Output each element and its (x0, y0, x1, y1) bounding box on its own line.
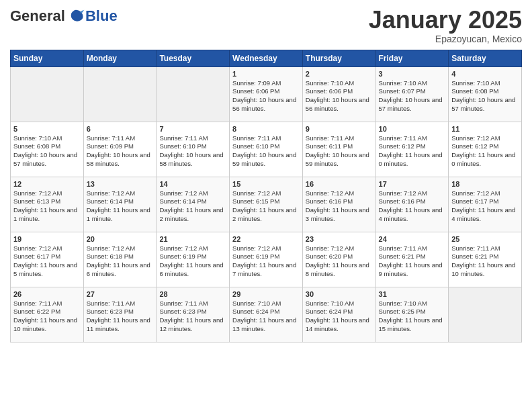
calendar-cell: 5Sunrise: 7:10 AMSunset: 6:08 PMDaylight… (11, 122, 84, 177)
logo-bird-icon (66, 7, 85, 26)
calendar-cell: 11Sunrise: 7:12 AMSunset: 6:12 PMDayligh… (449, 122, 522, 177)
day-number: 5 (13, 125, 81, 133)
calendar-body: 1Sunrise: 7:09 AMSunset: 6:06 PMDaylight… (11, 66, 522, 342)
day-info: Sunrise: 7:12 AMSunset: 6:17 PMDaylight:… (451, 189, 519, 224)
page: General Blue January 2025 Epazoyucan, Me… (0, 0, 532, 411)
logo-text: General Blue (10, 7, 118, 26)
day-number: 30 (306, 290, 373, 298)
day-number: 15 (232, 180, 300, 188)
logo-general: General (10, 7, 65, 25)
week-row-5: 26Sunrise: 7:11 AMSunset: 6:22 PMDayligh… (11, 287, 522, 342)
day-info: Sunrise: 7:10 AMSunset: 6:07 PMDaylight:… (379, 79, 446, 113)
day-info: Sunrise: 7:12 AMSunset: 6:16 PMDaylight:… (379, 189, 446, 224)
day-info: Sunrise: 7:11 AMSunset: 6:10 PMDaylight:… (159, 134, 226, 169)
day-info: Sunrise: 7:12 AMSunset: 6:19 PMDaylight:… (159, 244, 226, 279)
calendar-cell: 24Sunrise: 7:11 AMSunset: 6:21 PMDayligh… (375, 232, 449, 287)
day-number: 2 (306, 70, 373, 78)
logo: General Blue (10, 7, 118, 26)
day-info: Sunrise: 7:12 AMSunset: 6:14 PMDaylight:… (159, 189, 226, 224)
day-number: 16 (306, 180, 373, 188)
day-info: Sunrise: 7:11 AMSunset: 6:23 PMDaylight:… (159, 300, 226, 334)
calendar-cell (449, 287, 522, 342)
day-info: Sunrise: 7:10 AMSunset: 6:25 PMDaylight:… (379, 300, 446, 334)
day-number: 1 (232, 70, 300, 78)
day-number: 20 (87, 235, 154, 243)
day-number: 28 (159, 290, 226, 298)
day-number: 24 (379, 235, 446, 243)
day-info: Sunrise: 7:11 AMSunset: 6:12 PMDaylight:… (379, 134, 446, 169)
day-number: 21 (159, 235, 226, 243)
day-info: Sunrise: 7:11 AMSunset: 6:21 PMDaylight:… (451, 244, 519, 279)
day-info: Sunrise: 7:10 AMSunset: 6:08 PMDaylight:… (451, 79, 519, 113)
day-number: 12 (13, 180, 81, 188)
day-number: 7 (159, 125, 226, 133)
week-row-2: 5Sunrise: 7:10 AMSunset: 6:08 PMDaylight… (11, 122, 522, 177)
day-info: Sunrise: 7:12 AMSunset: 6:20 PMDaylight:… (306, 244, 373, 279)
day-info: Sunrise: 7:11 AMSunset: 6:11 PMDaylight:… (306, 134, 373, 169)
month-title: January 2025 (369, 7, 522, 34)
calendar-cell: 29Sunrise: 7:10 AMSunset: 6:24 PMDayligh… (230, 287, 303, 342)
day-info: Sunrise: 7:12 AMSunset: 6:13 PMDaylight:… (13, 189, 81, 224)
week-row-1: 1Sunrise: 7:09 AMSunset: 6:06 PMDaylight… (11, 66, 522, 122)
calendar-cell (11, 66, 84, 122)
day-number: 8 (232, 125, 300, 133)
day-info: Sunrise: 7:12 AMSunset: 6:16 PMDaylight:… (306, 189, 373, 224)
header: General Blue January 2025 Epazoyucan, Me… (10, 7, 522, 44)
day-number: 4 (451, 70, 519, 78)
day-info: Sunrise: 7:11 AMSunset: 6:09 PMDaylight:… (87, 134, 154, 169)
col-saturday: Saturday (449, 50, 522, 66)
day-info: Sunrise: 7:11 AMSunset: 6:22 PMDaylight:… (13, 300, 81, 334)
calendar-cell: 7Sunrise: 7:11 AMSunset: 6:10 PMDaylight… (157, 122, 230, 177)
day-number: 14 (159, 180, 226, 188)
calendar-cell: 20Sunrise: 7:12 AMSunset: 6:18 PMDayligh… (83, 232, 157, 287)
day-number: 23 (306, 235, 373, 243)
day-number: 25 (451, 235, 519, 243)
day-number: 10 (379, 125, 446, 133)
col-sunday: Sunday (11, 50, 84, 66)
day-info: Sunrise: 7:10 AMSunset: 6:06 PMDaylight:… (306, 79, 373, 113)
day-info: Sunrise: 7:09 AMSunset: 6:06 PMDaylight:… (232, 79, 300, 113)
day-number: 6 (87, 125, 154, 133)
day-number: 22 (232, 235, 300, 243)
calendar-cell: 12Sunrise: 7:12 AMSunset: 6:13 PMDayligh… (11, 177, 84, 232)
day-info: Sunrise: 7:12 AMSunset: 6:12 PMDaylight:… (451, 134, 519, 169)
col-monday: Monday (83, 50, 157, 66)
day-info: Sunrise: 7:12 AMSunset: 6:18 PMDaylight:… (87, 244, 154, 279)
calendar-cell: 27Sunrise: 7:11 AMSunset: 6:23 PMDayligh… (83, 287, 157, 342)
week-row-3: 12Sunrise: 7:12 AMSunset: 6:13 PMDayligh… (11, 177, 522, 232)
calendar: Sunday Monday Tuesday Wednesday Thursday… (10, 50, 522, 342)
days-of-week-row: Sunday Monday Tuesday Wednesday Thursday… (11, 50, 522, 66)
calendar-cell: 10Sunrise: 7:11 AMSunset: 6:12 PMDayligh… (375, 122, 449, 177)
day-number: 31 (379, 290, 446, 298)
calendar-cell: 23Sunrise: 7:12 AMSunset: 6:20 PMDayligh… (302, 232, 375, 287)
day-info: Sunrise: 7:12 AMSunset: 6:17 PMDaylight:… (13, 244, 81, 279)
day-info: Sunrise: 7:11 AMSunset: 6:10 PMDaylight:… (232, 134, 300, 169)
calendar-cell (157, 66, 230, 122)
day-info: Sunrise: 7:12 AMSunset: 6:19 PMDaylight:… (232, 244, 300, 279)
calendar-cell: 17Sunrise: 7:12 AMSunset: 6:16 PMDayligh… (375, 177, 449, 232)
calendar-cell: 4Sunrise: 7:10 AMSunset: 6:08 PMDaylight… (449, 66, 522, 122)
calendar-cell: 3Sunrise: 7:10 AMSunset: 6:07 PMDaylight… (375, 66, 449, 122)
calendar-cell: 28Sunrise: 7:11 AMSunset: 6:23 PMDayligh… (157, 287, 230, 342)
calendar-cell: 9Sunrise: 7:11 AMSunset: 6:11 PMDaylight… (302, 122, 375, 177)
day-info: Sunrise: 7:10 AMSunset: 6:24 PMDaylight:… (232, 300, 300, 334)
calendar-cell: 6Sunrise: 7:11 AMSunset: 6:09 PMDaylight… (83, 122, 157, 177)
day-number: 11 (451, 125, 519, 133)
calendar-cell: 31Sunrise: 7:10 AMSunset: 6:25 PMDayligh… (375, 287, 449, 342)
day-info: Sunrise: 7:10 AMSunset: 6:08 PMDaylight:… (13, 134, 81, 169)
day-number: 17 (379, 180, 446, 188)
day-number: 3 (379, 70, 446, 78)
calendar-cell: 18Sunrise: 7:12 AMSunset: 6:17 PMDayligh… (449, 177, 522, 232)
day-number: 19 (13, 235, 81, 243)
day-info: Sunrise: 7:11 AMSunset: 6:23 PMDaylight:… (87, 300, 154, 334)
calendar-cell: 13Sunrise: 7:12 AMSunset: 6:14 PMDayligh… (83, 177, 157, 232)
calendar-cell: 25Sunrise: 7:11 AMSunset: 6:21 PMDayligh… (449, 232, 522, 287)
day-number: 13 (87, 180, 154, 188)
calendar-cell: 30Sunrise: 7:10 AMSunset: 6:24 PMDayligh… (302, 287, 375, 342)
col-tuesday: Tuesday (157, 50, 230, 66)
col-friday: Friday (375, 50, 449, 66)
day-number: 27 (87, 290, 154, 298)
col-wednesday: Wednesday (230, 50, 303, 66)
location: Epazoyucan, Mexico (369, 34, 522, 44)
calendar-cell: 8Sunrise: 7:11 AMSunset: 6:10 PMDaylight… (230, 122, 303, 177)
